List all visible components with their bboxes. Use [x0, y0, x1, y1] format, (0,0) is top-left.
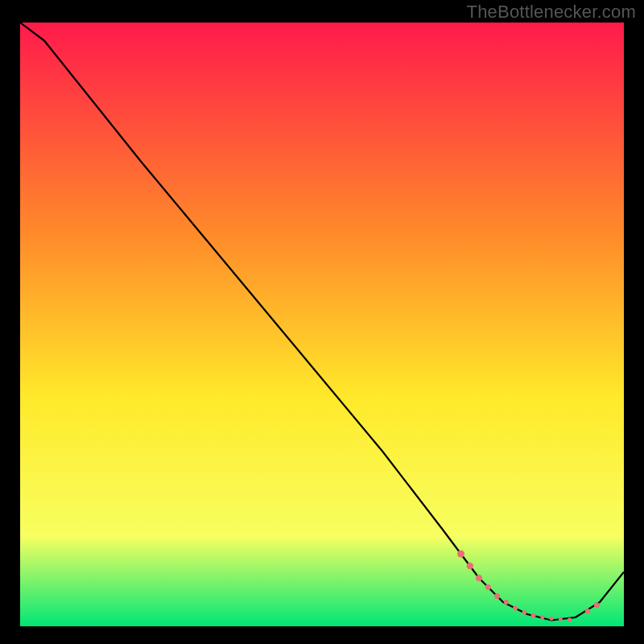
plot-svg: [20, 23, 624, 626]
marker-point: [559, 617, 563, 621]
marker-point: [550, 617, 554, 621]
marker-point: [476, 575, 482, 581]
marker-point: [504, 600, 509, 605]
marker-point: [568, 617, 572, 621]
marker-point: [513, 606, 518, 611]
marker-point: [467, 563, 473, 569]
marker-point: [540, 615, 544, 619]
marker-point: [485, 584, 491, 590]
marker-point: [594, 602, 600, 608]
marker-point: [494, 593, 500, 599]
chart-container: TheBottlenecker.com: [0, 0, 644, 644]
marker-point: [531, 613, 536, 618]
marker-point: [457, 551, 464, 558]
marker-point: [585, 609, 590, 613]
marker-point: [522, 610, 527, 615]
attribution-text: TheBottlenecker.com: [467, 2, 636, 23]
gradient-background: [20, 23, 624, 626]
